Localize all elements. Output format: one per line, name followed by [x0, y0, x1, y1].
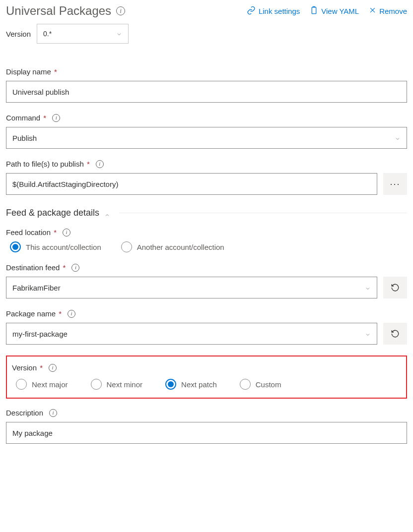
version-value: 0.*	[43, 30, 52, 38]
radio-label: Another account/collection	[137, 243, 224, 251]
version-label: Version	[6, 30, 31, 38]
radio-label: This account/collection	[26, 243, 101, 251]
radio-icon	[121, 241, 132, 252]
ellipsis-icon: ···	[390, 179, 400, 189]
radio-another-account[interactable]: Another account/collection	[121, 241, 224, 252]
radio-icon	[16, 379, 27, 390]
display-name-label: Display name *	[6, 67, 57, 76]
chevron-down-icon	[116, 31, 122, 37]
clipboard-icon	[310, 6, 318, 16]
radio-icon-selected	[165, 379, 176, 390]
version-dropdown[interactable]: 0.*	[37, 24, 129, 44]
command-label: Command *	[6, 114, 46, 122]
radio-icon-selected	[10, 241, 21, 252]
dest-feed-dropdown[interactable]: FabrikamFiber	[6, 277, 377, 298]
radio-next-minor[interactable]: Next minor	[91, 379, 143, 390]
dest-feed-value: FabrikamFiber	[12, 284, 61, 292]
view-yaml-action[interactable]: View YAML	[310, 6, 359, 16]
dest-feed-label: Destination feed *	[6, 263, 66, 272]
radio-this-account[interactable]: This account/collection	[10, 241, 101, 252]
info-icon[interactable]: i	[68, 310, 75, 318]
refresh-icon	[391, 329, 400, 338]
browse-button[interactable]: ···	[383, 173, 407, 195]
feed-location-label: Feed location *	[6, 228, 57, 236]
command-dropdown[interactable]: Publish	[6, 127, 407, 149]
link-settings-action[interactable]: Link settings	[247, 6, 300, 16]
info-icon[interactable]: i	[116, 6, 125, 15]
remove-action[interactable]: Remove	[369, 6, 407, 16]
info-icon[interactable]: i	[63, 229, 70, 236]
page-title: Universal Packages	[6, 4, 111, 18]
radio-icon	[240, 379, 251, 390]
info-icon[interactable]: i	[49, 364, 57, 372]
pkg-name-label: Package name *	[6, 309, 62, 318]
chevron-down-icon	[365, 285, 371, 291]
description-input[interactable]	[6, 422, 407, 444]
radio-next-major[interactable]: Next major	[16, 379, 68, 390]
chevron-down-icon	[365, 331, 371, 337]
radio-label: Next major	[32, 380, 68, 389]
svg-rect-0	[312, 7, 317, 14]
info-icon[interactable]: i	[71, 264, 79, 272]
view-yaml-label: View YAML	[321, 7, 359, 15]
path-label: Path to file(s) to publish *	[6, 160, 90, 168]
radio-custom[interactable]: Custom	[240, 379, 281, 390]
section-header[interactable]: Feed & package details	[6, 208, 407, 218]
version-highlight-box: Version * i Next major Next minor Next p…	[6, 355, 407, 399]
pkg-name-dropdown[interactable]: my-first-package	[6, 323, 377, 345]
radio-next-patch[interactable]: Next patch	[165, 379, 217, 390]
refresh-button[interactable]	[383, 323, 407, 345]
pkg-name-value: my-first-package	[12, 330, 68, 338]
path-input[interactable]	[6, 173, 377, 195]
info-icon[interactable]: i	[96, 160, 104, 168]
link-icon	[247, 6, 256, 16]
remove-label: Remove	[379, 7, 407, 15]
chevron-up-icon	[104, 210, 110, 216]
section-title: Feed & package details	[6, 208, 99, 218]
radio-label: Custom	[256, 380, 281, 389]
radio-icon	[91, 379, 102, 390]
version-radio-label: Version *	[12, 363, 43, 372]
command-value: Publish	[12, 134, 37, 142]
display-name-input[interactable]	[6, 81, 407, 103]
refresh-button[interactable]	[383, 277, 407, 298]
radio-label: Next patch	[181, 380, 217, 389]
chevron-down-icon	[395, 135, 401, 141]
radio-label: Next minor	[107, 380, 143, 389]
link-settings-label: Link settings	[259, 7, 300, 15]
refresh-icon	[391, 283, 400, 292]
info-icon[interactable]: i	[49, 409, 57, 417]
divider	[119, 213, 407, 213]
info-icon[interactable]: i	[52, 114, 60, 122]
description-label: Description	[6, 409, 43, 417]
close-icon	[369, 6, 376, 15]
